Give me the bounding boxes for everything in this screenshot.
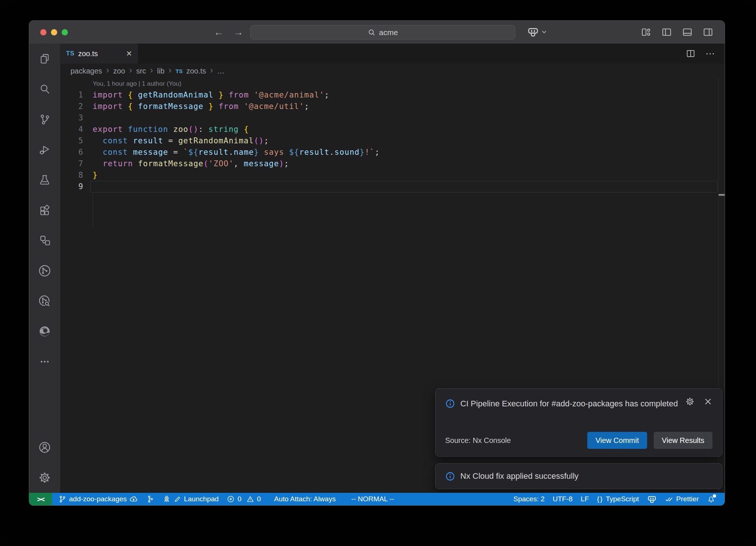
nx-graph-search-icon[interactable]: [29, 286, 60, 316]
settings-gear-icon[interactable]: [29, 463, 60, 493]
chevron-right-icon: ›: [150, 66, 154, 75]
warning-count: 0: [257, 495, 261, 503]
line-number: 5: [60, 135, 83, 147]
explorer-icon[interactable]: [29, 44, 60, 74]
code-line-8[interactable]: 8}: [60, 170, 725, 181]
breadcrumb-item[interactable]: …: [217, 67, 224, 75]
notification-message: Nx Cloud fix applied successfully: [460, 471, 578, 481]
encoding-item[interactable]: UTF-8: [549, 493, 577, 505]
vscode-window: ← → acme: [29, 20, 725, 506]
remote-indicator[interactable]: ><: [29, 493, 52, 505]
view-commit-button[interactable]: View Commit: [587, 432, 647, 449]
line-number: 8: [60, 170, 83, 181]
launchpad-item[interactable]: Launchpad: [158, 493, 223, 505]
source-control-icon[interactable]: [29, 104, 60, 134]
code-lines: 1import { getRandomAnimal } from '@acme/…: [60, 89, 725, 192]
auto-attach-label: Auto Attach: Always: [274, 495, 336, 503]
breadcrumb-item[interactable]: zoo: [113, 67, 125, 75]
vim-mode-label: -- NORMAL --: [351, 495, 394, 503]
breadcrumb-item[interactable]: lib: [157, 67, 165, 75]
copilot-status-item[interactable]: [643, 493, 661, 505]
pipeline-item[interactable]: [142, 493, 158, 505]
braces-icon: {}: [597, 495, 603, 503]
indent-guide: [93, 193, 93, 227]
language-item[interactable]: {} TypeScript: [593, 493, 643, 505]
navigate-forward-icon[interactable]: →: [233, 21, 243, 44]
minimize-window-button[interactable]: [51, 29, 57, 35]
accounts-icon[interactable]: [29, 432, 60, 463]
run-debug-icon[interactable]: [29, 134, 60, 165]
code-line-1[interactable]: 1import { getRandomAnimal } from '@acme/…: [60, 89, 725, 101]
extensions-icon[interactable]: [29, 195, 60, 225]
prettier-item[interactable]: Prettier: [661, 493, 703, 505]
vim-mode-item[interactable]: -- NORMAL --: [347, 493, 398, 505]
toggle-panel-icon[interactable]: [682, 27, 693, 38]
command-center-search[interactable]: acme: [250, 25, 515, 40]
double-check-icon: [665, 495, 674, 504]
rocket-icon: [162, 495, 171, 504]
line-content: return formatMessage('ZOO', message);: [83, 158, 289, 170]
line-content: }: [83, 170, 98, 181]
nx-graph-icon[interactable]: [29, 256, 60, 286]
title-bar: ← → acme: [29, 21, 725, 44]
close-icon[interactable]: [704, 397, 712, 406]
line-content: import { getRandomAnimal } from '@acme/a…: [83, 89, 329, 101]
tab-bar: TS zoo.ts ✕ ⋯: [60, 44, 725, 64]
spaces-label: Spaces: 2: [513, 495, 545, 503]
launchpad-label: Launchpad: [184, 495, 219, 503]
breadcrumb-item[interactable]: src: [136, 67, 146, 75]
breadcrumb-item[interactable]: packages: [71, 67, 102, 75]
auto-attach-item[interactable]: Auto Attach: Always: [270, 493, 340, 505]
eol-item[interactable]: LF: [577, 493, 593, 505]
search-icon: [368, 28, 376, 37]
zoom-window-button[interactable]: [62, 29, 68, 35]
copilot-icon: [647, 494, 657, 504]
notification-settings-gear-icon[interactable]: [685, 397, 695, 406]
line-number: 9: [60, 181, 83, 192]
warning-icon: [246, 495, 254, 503]
gitlens-codelens[interactable]: You, 1 hour ago | 1 author (You): [60, 78, 725, 89]
close-window-button[interactable]: [40, 29, 47, 35]
info-icon: [445, 399, 455, 409]
code-line-5[interactable]: 5 const result = getRandomAnimal();: [60, 135, 725, 147]
line-number: 4: [60, 124, 83, 135]
git-branch-item[interactable]: add-zoo-packages: [54, 493, 142, 505]
split-editor-icon[interactable]: [685, 48, 696, 59]
testing-icon[interactable]: [29, 165, 60, 195]
pipeline-icon: [146, 495, 154, 503]
line-content: const result = getRandomAnimal();: [83, 135, 269, 147]
copilot-icon[interactable]: [527, 26, 539, 38]
customize-layout-icon[interactable]: [640, 27, 652, 38]
code-line-2[interactable]: 2import { formatMessage } from '@acme/ut…: [60, 101, 725, 112]
pencil-icon: [173, 495, 181, 503]
chevron-right-icon: ›: [168, 66, 172, 75]
edge-browser-icon[interactable]: [29, 316, 60, 347]
more-icon[interactable]: [29, 347, 60, 377]
code-line-3[interactable]: 3: [60, 112, 725, 124]
problems-item[interactable]: 0 0: [223, 493, 265, 505]
more-actions-icon[interactable]: ⋯: [705, 48, 716, 59]
search-icon[interactable]: [29, 74, 60, 104]
notification-dot: [713, 494, 716, 498]
code-line-6[interactable]: 6 const message = `${result.name} says $…: [60, 147, 725, 158]
notifications-bell-item[interactable]: [703, 493, 719, 505]
tab-zoo-ts[interactable]: TS zoo.ts ✕: [60, 44, 138, 64]
notification-toast-nx-cloud: Nx Cloud fix applied successfully: [435, 463, 722, 489]
chevron-right-icon: ›: [106, 66, 110, 75]
chevron-down-icon[interactable]: [541, 29, 547, 35]
view-results-button[interactable]: View Results: [654, 432, 712, 449]
line-content: import { formatMessage } from '@acme/uti…: [83, 101, 309, 112]
code-line-7[interactable]: 7 return formatMessage('ZOO', message);: [60, 158, 725, 170]
close-tab-icon[interactable]: ✕: [126, 49, 132, 58]
code-line-9[interactable]: 9: [60, 181, 725, 192]
line-content: export function zoo(): string {: [83, 124, 249, 135]
indentation-item[interactable]: Spaces: 2: [509, 493, 549, 505]
linked-squares-icon[interactable]: [29, 225, 60, 256]
window-controls: [40, 29, 68, 35]
typescript-icon: TS: [66, 50, 75, 57]
toggle-secondary-sidebar-icon[interactable]: [702, 27, 714, 38]
code-line-4[interactable]: 4export function zoo(): string {: [60, 124, 725, 135]
breadcrumb-item[interactable]: zoo.ts: [186, 67, 206, 75]
navigate-back-icon[interactable]: ←: [214, 21, 224, 44]
toggle-primary-sidebar-icon[interactable]: [661, 27, 672, 38]
